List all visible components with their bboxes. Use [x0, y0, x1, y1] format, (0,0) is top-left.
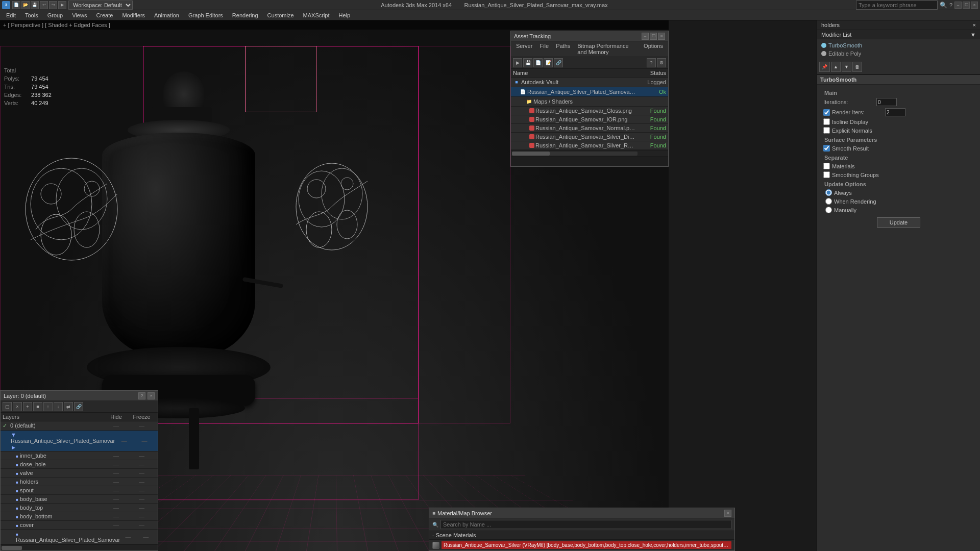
manually-radio[interactable] — [825, 207, 832, 213]
materials-checkbox[interactable] — [823, 163, 830, 169]
layers-toolbar: ▢ × + ■ ↑ ↓ ⇄ 🔗 — [1, 401, 158, 413]
iterations-input[interactable] — [876, 98, 897, 106]
at-menu-paths[interactable]: Paths — [553, 42, 573, 56]
at-row-diffuse[interactable]: Russian_Antique_Samovar_Silver_Diffuse.p… — [511, 133, 668, 141]
at-row-folder[interactable]: 📁 Maps / Shaders — [511, 97, 668, 107]
menu-maxscript[interactable]: MAXScript — [299, 11, 334, 19]
layer-btn-7[interactable]: ⇄ — [64, 402, 73, 411]
at-menu-bitmap[interactable]: Bitmap Performance and Memory — [574, 42, 640, 56]
material-search-input[interactable] — [440, 520, 731, 529]
at-menu-options[interactable]: Options — [641, 42, 666, 56]
modifier-item-editablepoly[interactable]: Editable Poly — [819, 49, 978, 58]
layers-help-btn[interactable]: ? — [138, 392, 145, 399]
at-menu-server[interactable]: Server — [513, 42, 535, 56]
update-button[interactable]: Update — [877, 217, 920, 228]
at-close-btn[interactable]: × — [658, 33, 665, 40]
menu-group[interactable]: Group — [43, 11, 67, 19]
menu-help[interactable]: Help — [335, 11, 355, 19]
at-row-normal[interactable]: Russian_Antique_Samovar_Normal.png Found — [511, 124, 668, 133]
menu-customize[interactable]: Customize — [263, 11, 298, 19]
at-row-reflect[interactable]: Russian_Antique_Samovar_Silver_Reflect.p… — [511, 141, 668, 150]
smooth-result-checkbox[interactable] — [823, 145, 830, 152]
render-btn[interactable]: ▶ — [58, 1, 66, 9]
layers-close-btn[interactable]: × — [148, 392, 155, 399]
layer-btn-5[interactable]: ↑ — [43, 402, 53, 411]
at-btn-1[interactable]: ▶ — [513, 58, 522, 67]
always-radio[interactable] — [825, 189, 832, 196]
at-settings-btn[interactable]: ⚙ — [657, 58, 666, 67]
at-row-mainfile[interactable]: 📄 Russian_Antique_Silver_Plated_Samovar_… — [511, 87, 668, 97]
layer-btn-8[interactable]: 🔗 — [74, 402, 83, 411]
layer-row-holders[interactable]: ■ holders — — — [1, 478, 158, 486]
maximize-btn[interactable]: ☐ — [963, 2, 970, 9]
menu-rendering[interactable]: Rendering — [228, 11, 262, 19]
redo-btn[interactable]: ↪ — [49, 1, 57, 9]
menu-tools[interactable]: Tools — [21, 11, 42, 19]
at-menu-file[interactable]: File — [536, 42, 552, 56]
layer-row-cover[interactable]: ■ cover — — — [1, 521, 158, 530]
modifier-list-header: Modifier List ▼ — [817, 30, 980, 39]
at-row-ior[interactable]: Russian_Antique_Samovar_IOR.png Found — [511, 115, 668, 124]
layer-row-innertube[interactable]: ■ inner_tube — — — [1, 452, 158, 460]
mod-move-up-btn[interactable]: ▲ — [831, 62, 841, 72]
layer-row-bodybase[interactable]: ■ body_base — — — [1, 495, 158, 504]
layer-row-samovar2[interactable]: ■ Russian_Antique_Silver_Plated_Samovar … — [1, 530, 158, 544]
at-btn-5[interactable]: 🔗 — [554, 58, 563, 67]
mod-delete-btn[interactable]: 🗑 — [852, 62, 862, 72]
explicit-normals-checkbox[interactable] — [823, 127, 830, 134]
holders-close[interactable]: × — [973, 22, 976, 28]
open-btn[interactable]: 📂 — [21, 1, 30, 9]
minimize-btn[interactable]: – — [954, 2, 962, 9]
undo-btn[interactable]: ↩ — [40, 1, 48, 9]
save-btn[interactable]: 💾 — [31, 1, 39, 9]
menu-animation[interactable]: Animation — [150, 11, 183, 19]
menu-modifiers[interactable]: Modifiers — [118, 11, 149, 19]
at-btn-3[interactable]: 📄 — [533, 58, 543, 67]
at-row-vault[interactable]: ■ Autodesk Vault Logged — [511, 78, 668, 87]
layer-row-spout[interactable]: ■ spout — — — [1, 486, 158, 495]
mod-pin-btn[interactable]: 📌 — [819, 62, 830, 72]
material-item[interactable]: Russian_Antique_Samovar_Silver (VRayMtl)… — [429, 540, 734, 550]
layer-row-valve[interactable]: ■ valve — — — [1, 469, 158, 478]
search-input[interactable] — [856, 1, 938, 10]
when-rendering-radio[interactable] — [825, 198, 832, 205]
layer-btn-4[interactable]: ■ — [33, 402, 42, 411]
layer-row-default[interactable]: ✓ 0 (default) — — — [1, 421, 158, 431]
render-iters-input[interactable] — [885, 108, 905, 116]
material-browser-close-btn[interactable]: × — [724, 510, 731, 517]
at-minimize-btn[interactable]: – — [642, 33, 649, 40]
layers-scrollbar[interactable] — [1, 544, 158, 550]
at-row-gloss[interactable]: Russian_Antique_Samovar_Gloss.png Found — [511, 107, 668, 115]
layer-btn-6[interactable]: ↓ — [54, 402, 63, 411]
menu-graph-editors[interactable]: Graph Editors — [184, 11, 227, 19]
smoothing-groups-checkbox[interactable] — [823, 171, 830, 178]
menu-views[interactable]: Views — [68, 11, 91, 19]
render-iters-checkbox[interactable] — [823, 109, 830, 116]
modifier-list-dropdown[interactable]: ▼ — [970, 32, 976, 38]
at-btn-2[interactable]: 💾 — [523, 58, 532, 67]
scene-materials-label: - Scene Materials — [432, 532, 476, 538]
at-help-btn[interactable]: ? — [647, 58, 656, 67]
menu-create[interactable]: Create — [92, 11, 117, 19]
help-icon[interactable]: ? — [949, 2, 952, 8]
layer-row-dosehole[interactable]: ■ dose_hole — — — [1, 460, 158, 469]
layer-add-btn[interactable]: + — [23, 402, 32, 411]
turbosmooth-header: TurboSmooth — [817, 75, 980, 85]
close-btn[interactable]: × — [971, 2, 978, 9]
menu-edit[interactable]: Edit — [2, 11, 20, 19]
mod-move-down-btn[interactable]: ▼ — [842, 62, 851, 72]
layer-row-bodybottom[interactable]: ■ body_bottom — — — [1, 512, 158, 521]
layer-row-samovar[interactable]: ▼ Russian_Antique_Silver_Plated_Samovar … — [1, 431, 158, 452]
layer-btn-1[interactable]: ▢ — [3, 402, 12, 411]
at-scrollbar[interactable] — [511, 150, 668, 156]
file-icon: 📄 — [519, 88, 526, 95]
workspace-dropdown[interactable]: Workspace: Default — [68, 1, 133, 10]
at-restore-btn[interactable]: ☐ — [650, 33, 657, 40]
modifier-item-turbosmooth[interactable]: TurboSmooth — [819, 41, 978, 49]
search-icon[interactable]: 🔍 — [940, 2, 947, 9]
new-btn[interactable]: 📄 — [12, 1, 20, 9]
isoline-checkbox[interactable] — [823, 118, 830, 125]
layer-btn-2[interactable]: × — [13, 402, 22, 411]
at-btn-4[interactable]: 📝 — [544, 58, 553, 67]
layer-row-bodytop[interactable]: ■ body_top — — — [1, 504, 158, 512]
